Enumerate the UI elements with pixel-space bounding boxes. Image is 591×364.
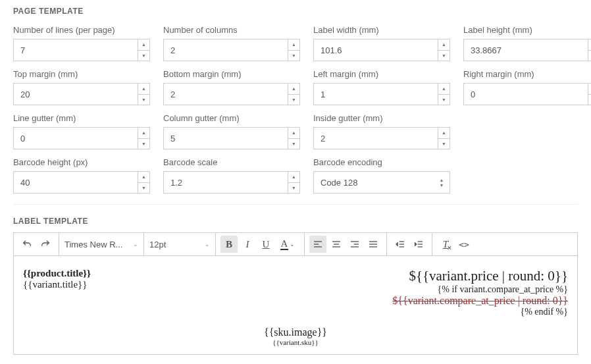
spinner-bs[interactable]: ▲ ▼	[163, 171, 300, 194]
spin-up-icon[interactable]: ▲	[288, 172, 299, 183]
spin-down-icon[interactable]: ▼	[138, 95, 149, 105]
spinner-lw[interactable]: ▲ ▼	[313, 39, 450, 61]
redo-button[interactable]	[37, 236, 54, 253]
spin-btns-lines: ▲ ▼	[138, 39, 149, 61]
spinner-bh[interactable]: ▲ ▼	[13, 171, 150, 194]
spinner-cg[interactable]: ▲ ▼	[163, 127, 300, 149]
spinner-lg[interactable]: ▲ ▼	[13, 127, 150, 149]
editor-sku-image: {{sku.image}}	[23, 326, 568, 338]
editor-price: ${{variant.price | round: 0}}	[392, 268, 568, 284]
input-leftm[interactable]	[314, 84, 438, 105]
label-lw: Label width (mm)	[313, 25, 450, 35]
tb-group-misc: T✕ <>	[432, 233, 477, 255]
clear-format-button[interactable]: T✕	[437, 236, 454, 253]
spin-down-icon[interactable]: ▼	[138, 183, 149, 194]
editor-content[interactable]: {{product.title}} {{variant.title}} ${{v…	[13, 256, 578, 355]
tb-group-font: Times New R... ⌄	[59, 233, 144, 255]
spin-up-icon[interactable]: ▲	[588, 84, 591, 95]
font-size-select[interactable]: 12pt ⌄	[144, 233, 215, 255]
spin-up-icon[interactable]: ▲	[288, 128, 299, 139]
field-label-width: Label width (mm) ▲ ▼	[313, 25, 450, 61]
spinner-cols[interactable]: ▲ ▼	[163, 39, 300, 61]
spin-up-icon[interactable]: ▲	[138, 172, 149, 183]
outdent-button[interactable]	[392, 236, 409, 253]
spinner-lines[interactable]: ▲ ▼	[13, 39, 150, 61]
input-lines[interactable]	[14, 39, 138, 61]
input-rm[interactable]	[464, 84, 588, 105]
input-bs[interactable]	[164, 172, 288, 193]
spin-up-icon[interactable]: ▲	[138, 84, 149, 95]
spin-up-icon[interactable]: ▲	[138, 128, 149, 139]
input-cols[interactable]	[164, 39, 288, 61]
input-lh[interactable]	[464, 39, 588, 61]
label-ig: Inside gutter (mm)	[313, 113, 450, 123]
spinner-tm[interactable]: ▲ ▼	[13, 83, 150, 105]
bold-button[interactable]: B	[220, 236, 238, 253]
editor-variant-title: {{variant.title}}	[23, 279, 91, 290]
page-template-section: PAGE TEMPLATE Number of lines (per page)…	[13, 7, 578, 205]
spin-up-icon[interactable]: ▲	[438, 84, 450, 95]
input-bm[interactable]	[164, 84, 288, 105]
label-bm: Bottom margin (mm)	[163, 69, 300, 79]
spinner-bm[interactable]: ▲ ▼	[163, 83, 300, 105]
spin-down-icon[interactable]: ▼	[438, 139, 450, 149]
align-left-button[interactable]	[309, 236, 326, 253]
spin-down-icon[interactable]: ▼	[588, 95, 591, 105]
tb-group-history	[14, 233, 59, 255]
spinner-lh[interactable]: ▲ ▼	[463, 39, 591, 61]
font-family-value: Times New R...	[64, 240, 122, 249]
spin-up-icon[interactable]: ▲	[288, 84, 299, 95]
spin-down-icon[interactable]: ▼	[288, 95, 299, 105]
spin-up-icon[interactable]: ▲	[438, 128, 450, 139]
spin-down-icon[interactable]: ▼	[288, 51, 299, 61]
align-center-button[interactable]	[328, 236, 345, 253]
text-color-button[interactable]: A ⌄	[276, 236, 299, 253]
spin-down-icon[interactable]: ▼	[138, 51, 149, 61]
editor-product-title: {{product.title}}	[23, 268, 91, 279]
field-barcode-height: Barcode height (px) ▲ ▼	[13, 157, 150, 194]
spin-btns-cg: ▲ ▼	[288, 128, 299, 149]
underline-button[interactable]: U	[257, 236, 274, 253]
align-justify-icon	[368, 239, 378, 249]
select-value-be: Code 128	[314, 178, 434, 188]
chevron-down-icon: ⌄	[290, 241, 295, 247]
spin-up-icon[interactable]: ▲	[138, 39, 149, 51]
spinner-ig[interactable]: ▲ ▼	[313, 127, 450, 149]
label-lg: Line gutter (mm)	[13, 113, 150, 123]
spin-down-icon[interactable]: ▼	[588, 51, 591, 61]
spin-up-icon[interactable]: ▲	[288, 39, 299, 51]
font-family-select[interactable]: Times New R... ⌄	[59, 233, 143, 255]
label-leftm: Left margin (mm)	[313, 69, 450, 79]
input-lw[interactable]	[314, 39, 438, 61]
input-tm[interactable]	[14, 84, 138, 105]
undo-button[interactable]	[18, 236, 36, 253]
spin-up-icon[interactable]: ▲	[588, 39, 591, 51]
label-cg: Column gutter (mm)	[163, 113, 300, 123]
align-center-icon	[331, 239, 342, 249]
indent-icon	[413, 239, 424, 249]
spin-down-icon[interactable]: ▼	[438, 95, 450, 105]
input-ig[interactable]	[314, 128, 438, 149]
align-right-button[interactable]	[346, 236, 363, 253]
label-template-title: LABEL TEMPLATE	[13, 217, 578, 226]
spin-down-icon[interactable]: ▼	[438, 51, 450, 61]
spin-down-icon[interactable]: ▼	[138, 139, 149, 149]
input-cg[interactable]	[164, 128, 288, 149]
label-rm: Right margin (mm)	[463, 69, 591, 79]
spin-btns-bs: ▲ ▼	[288, 172, 299, 193]
spin-btns-bm: ▲ ▼	[288, 84, 299, 105]
spin-down-icon[interactable]: ▼	[288, 139, 299, 149]
spin-down-icon[interactable]: ▼	[288, 183, 299, 194]
code-view-button[interactable]: <>	[455, 236, 473, 253]
spin-up-icon[interactable]: ▲	[438, 39, 450, 51]
align-justify-button[interactable]	[365, 236, 382, 253]
chevron-down-icon: ⌄	[205, 241, 210, 247]
select-barcode-encoding[interactable]: Code 128 ▲▼	[313, 171, 450, 194]
input-lg[interactable]	[14, 128, 138, 149]
input-bh[interactable]	[14, 172, 138, 193]
spinner-rm[interactable]: ▲ ▼	[463, 83, 591, 105]
spinner-leftm[interactable]: ▲ ▼	[313, 83, 450, 105]
italic-button[interactable]: I	[239, 236, 256, 253]
indent-button[interactable]	[410, 236, 427, 253]
text-color-icon: A	[280, 239, 288, 250]
